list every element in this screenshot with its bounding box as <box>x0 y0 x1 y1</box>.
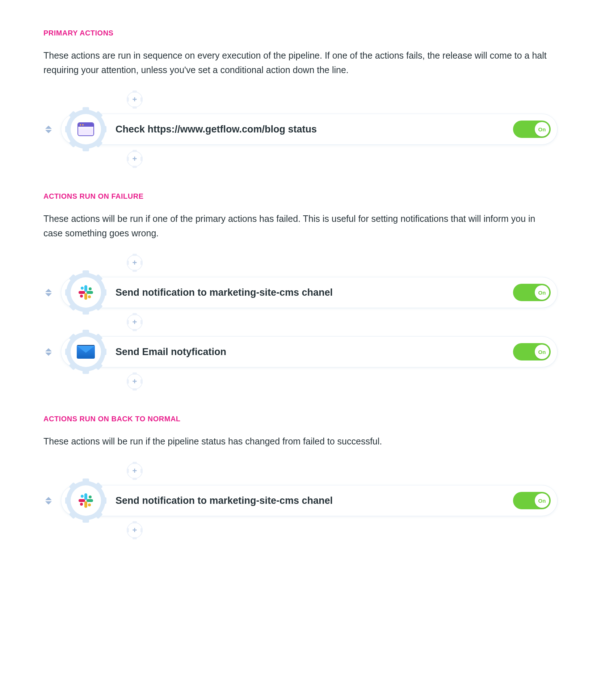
section-description: These actions will be run if the pipelin… <box>43 434 550 448</box>
svg-rect-9 <box>87 499 93 502</box>
svg-point-6 <box>88 295 91 298</box>
add-action-button[interactable]: + <box>127 151 143 167</box>
add-action-button[interactable]: + <box>127 522 143 538</box>
section-heading: ACTIONS RUN ON FAILURE <box>43 192 558 201</box>
svg-point-13 <box>89 496 92 498</box>
add-action-button[interactable]: + <box>127 255 143 271</box>
section-description: These actions will be run if one of the … <box>43 211 550 240</box>
plus-icon: + <box>133 318 137 326</box>
plus-icon: + <box>133 96 137 104</box>
svg-point-4 <box>81 287 84 290</box>
normal-actions-section: ACTIONS RUN ON BACK TO NORMAL These acti… <box>43 415 558 538</box>
action-title: Send notification to marketing-site-cms … <box>115 495 513 506</box>
plus-icon: + <box>133 526 137 534</box>
toggle-label: On <box>535 122 549 136</box>
action-row: Send notification to marketing-site-cms … <box>43 275 558 310</box>
svg-point-7 <box>80 295 83 298</box>
plus-icon: + <box>133 378 137 385</box>
toggle-switch[interactable]: On <box>513 492 551 509</box>
drag-handle-icon[interactable] <box>43 289 54 296</box>
svg-rect-10 <box>84 501 87 508</box>
toggle-label: On <box>535 285 549 300</box>
drag-handle-icon[interactable] <box>43 126 54 133</box>
drag-handle-icon[interactable] <box>43 497 54 505</box>
action-icon-gear <box>66 110 105 149</box>
action-icon-gear <box>66 273 105 312</box>
svg-rect-11 <box>79 499 85 502</box>
actions-list: + Check https://www.getflow.com/blog sta… <box>43 92 558 167</box>
failure-actions-section: ACTIONS RUN ON FAILURE These actions wil… <box>43 192 558 389</box>
section-heading: PRIMARY ACTIONS <box>43 29 558 37</box>
svg-point-14 <box>88 503 91 506</box>
add-action-button[interactable]: + <box>127 314 143 330</box>
section-description: These actions are run in sequence on eve… <box>43 48 550 77</box>
action-row: Send Email notyfication On <box>43 334 558 369</box>
svg-rect-2 <box>84 293 87 300</box>
slack-icon <box>78 493 94 509</box>
svg-rect-0 <box>84 285 87 292</box>
slack-icon <box>78 284 94 300</box>
toggle-label: On <box>535 345 549 359</box>
action-row: Send notification to marketing-site-cms … <box>43 483 558 518</box>
add-action-button[interactable]: + <box>127 463 143 479</box>
action-card[interactable]: Send notification to marketing-site-cms … <box>61 277 558 308</box>
svg-rect-8 <box>84 493 87 500</box>
add-action-button[interactable]: + <box>127 374 143 389</box>
actions-list: + <box>43 255 558 389</box>
add-action-button[interactable]: + <box>127 92 143 107</box>
email-icon <box>77 345 95 359</box>
toggle-switch[interactable]: On <box>513 284 551 301</box>
action-card[interactable]: Send Email notyfication On <box>61 336 558 367</box>
plus-icon: + <box>133 259 137 267</box>
action-card[interactable]: Send notification to marketing-site-cms … <box>61 485 558 516</box>
toggle-switch[interactable]: On <box>513 121 551 138</box>
svg-point-5 <box>89 287 92 290</box>
action-title: Check https://www.getflow.com/blog statu… <box>115 124 513 135</box>
svg-rect-1 <box>87 291 93 294</box>
plus-icon: + <box>133 155 137 163</box>
primary-actions-section: PRIMARY ACTIONS These actions are run in… <box>43 29 558 167</box>
action-card[interactable]: Check https://www.getflow.com/blog statu… <box>61 114 558 145</box>
actions-list: + <box>43 463 558 538</box>
section-heading: ACTIONS RUN ON BACK TO NORMAL <box>43 415 558 423</box>
svg-point-15 <box>80 503 83 506</box>
toggle-switch[interactable]: On <box>513 343 551 360</box>
action-title: Send Email notyfication <box>115 346 513 358</box>
toggle-label: On <box>535 493 549 508</box>
plus-icon: + <box>133 467 137 475</box>
action-icon-gear <box>66 481 105 520</box>
action-title: Send notification to marketing-site-cms … <box>115 287 513 298</box>
svg-point-12 <box>81 495 84 498</box>
browser-icon <box>77 122 94 136</box>
drag-handle-icon[interactable] <box>43 348 54 356</box>
action-icon-gear <box>66 332 105 371</box>
action-row: Check https://www.getflow.com/blog statu… <box>43 112 558 147</box>
svg-rect-3 <box>79 291 85 294</box>
